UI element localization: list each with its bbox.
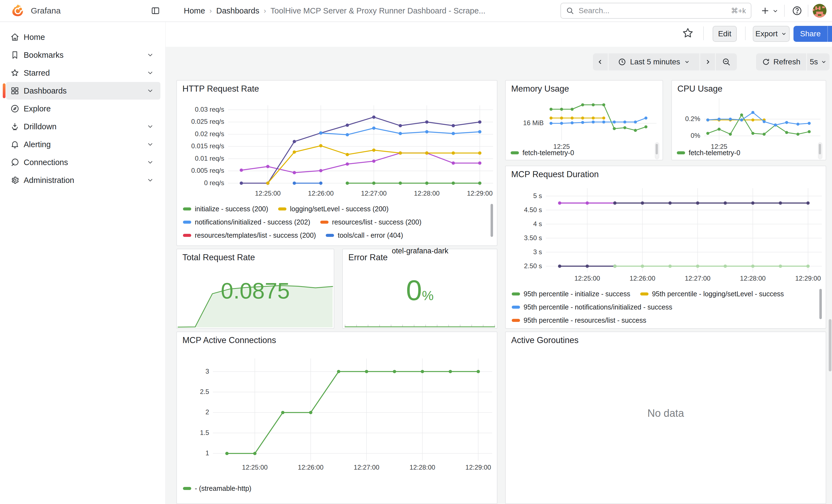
time-shift-back-button[interactable] xyxy=(593,53,608,71)
legend-item[interactable]: 95th percentile - resources/list - succe… xyxy=(512,316,646,324)
legend-item[interactable]: notifications/initialized - success (202… xyxy=(183,218,310,226)
legend-item[interactable]: logging/setLevel - success (200) xyxy=(278,205,389,213)
search-input[interactable]: ⌘+k xyxy=(561,3,751,19)
legend-label: logging/setLevel - success (200) xyxy=(290,205,389,213)
panel-title[interactable]: CPU Usage xyxy=(677,84,723,94)
chevron-down-icon[interactable] xyxy=(147,159,154,166)
mcp-request-duration-chart[interactable]: 5 s4.50 s4 s3.50 s3 s2.50 s12:25:0012:26… xyxy=(510,188,822,285)
legend-swatch xyxy=(512,292,520,295)
sidebar-toggle-icon[interactable] xyxy=(151,6,160,16)
legend-item[interactable]: fetch-telemetry-0 xyxy=(677,149,740,157)
page-scrollbar[interactable] xyxy=(829,319,831,371)
clock-icon xyxy=(618,58,626,66)
legend-scrollbar[interactable] xyxy=(820,289,822,319)
chevron-down-icon xyxy=(821,59,827,65)
http-request-rate-chart[interactable]: 0 req/s0.005 req/s0.01 req/s0.015 req/s0… xyxy=(181,105,493,200)
share-menu-button[interactable] xyxy=(827,26,832,42)
panel-title[interactable]: Total Request Rate xyxy=(182,253,255,262)
y-axis-tick: 0.2% xyxy=(676,115,700,123)
x-axis-tick: 12:28:00 xyxy=(397,463,447,471)
y-axis-tick: 5 s xyxy=(511,192,542,200)
legend-item[interactable]: 95th percentile - logging/setLevel - suc… xyxy=(640,290,784,298)
panel-title[interactable]: HTTP Request Rate xyxy=(182,84,259,94)
sidebar-item-connections[interactable]: Connections xyxy=(6,154,160,171)
divider xyxy=(745,26,746,40)
chevron-down-icon[interactable] xyxy=(147,51,154,59)
search-field[interactable] xyxy=(578,6,731,16)
mcp-active-connections-chart[interactable]: 32.521.5112:25:0012:26:0012:27:0012:28:0… xyxy=(181,359,492,475)
panel-title[interactable]: Active Goroutines xyxy=(511,335,579,345)
edit-button[interactable]: Edit xyxy=(712,26,737,42)
legend-label: tools/list - success (200) xyxy=(292,244,366,246)
memory-usage-chart[interactable]: 16 MiB12:25 xyxy=(509,98,656,152)
panel-title[interactable]: MCP Active Connections xyxy=(182,335,276,345)
error-rate-sparkline[interactable] xyxy=(345,319,495,327)
legend-label: fetch-telemetry-0 xyxy=(522,149,574,157)
legend-item[interactable]: 95th percentile - notifications/initiali… xyxy=(512,303,672,311)
y-axis-tick: 16 MiB xyxy=(510,119,544,127)
help-icon[interactable] xyxy=(792,5,802,16)
legend-item[interactable]: initialize - success (200) xyxy=(183,205,268,213)
legend-scrollbar[interactable] xyxy=(819,144,821,154)
new-item-button[interactable] xyxy=(760,5,770,16)
sidebar-item-drilldown[interactable]: Drilldown xyxy=(6,118,160,135)
legend-item[interactable]: tools/call - error (404) xyxy=(326,231,403,239)
legend-label: 95th percentile - notifications/initiali… xyxy=(524,303,672,311)
chevron-down-icon[interactable] xyxy=(147,87,154,95)
breadcrumb-item[interactable]: Home xyxy=(184,6,205,16)
grafana-logo-icon[interactable] xyxy=(11,4,25,18)
legend-scrollbar[interactable] xyxy=(491,204,493,237)
time-shift-forward-button[interactable] xyxy=(700,53,715,71)
x-axis-tick: 12:25:00 xyxy=(230,463,280,471)
legend-item[interactable]: resources/templates/list - success (200) xyxy=(183,231,316,239)
chevron-down-icon[interactable] xyxy=(147,123,154,130)
refresh-icon xyxy=(762,58,770,66)
breadcrumb-separator: › xyxy=(264,7,266,15)
chevron-down-icon[interactable] xyxy=(147,177,154,184)
chevron-down-icon[interactable] xyxy=(147,69,154,77)
sidebar-item-dashboards[interactable]: Dashboards xyxy=(6,82,160,100)
cpu-usage-chart[interactable]: 0.2%0%12:25 xyxy=(675,98,821,152)
chevron-down-icon[interactable] xyxy=(772,8,779,14)
share-button[interactable]: Share xyxy=(794,26,827,42)
legend-swatch xyxy=(320,221,329,224)
legend-label: resources/list - success (200) xyxy=(332,218,421,226)
y-axis-tick: 4 s xyxy=(511,220,542,228)
x-axis-tick: 12:29:00 xyxy=(783,274,832,282)
sidebar-item-explore[interactable]: Explore xyxy=(6,100,160,117)
chevron-down-icon[interactable] xyxy=(147,141,154,148)
legend-scrollbar[interactable] xyxy=(656,144,658,154)
sidebar-item-administration[interactable]: Administration xyxy=(6,171,160,189)
sidebar-item-label: Alerting xyxy=(24,140,51,149)
panel-title[interactable]: Memory Usage xyxy=(511,84,569,94)
zoom-out-button[interactable] xyxy=(716,53,737,71)
legend-item[interactable]: - (streamable-http) xyxy=(183,484,252,493)
panel-title[interactable]: MCP Request Duration xyxy=(511,169,599,179)
legend-row: resources/templates/list - success (200)… xyxy=(183,229,488,242)
legend-item[interactable]: tools/call - success (200) xyxy=(183,244,270,246)
sidebar-item-starred[interactable]: Starred xyxy=(6,64,160,82)
legend-item[interactable]: 95th percentile - initialize - success xyxy=(512,290,630,298)
sidebar-item-home[interactable]: Home xyxy=(6,28,160,46)
legend-swatch xyxy=(326,234,334,237)
sidebar-item-bookmarks[interactable]: Bookmarks xyxy=(6,46,160,64)
star-icon[interactable] xyxy=(682,27,694,39)
sidebar-nav: HomeBookmarksStarredDashboardsExploreDri… xyxy=(0,22,166,504)
panel-title[interactable]: Error Rate xyxy=(348,253,388,262)
legend-item[interactable]: fetch-telemetry-0 xyxy=(511,149,574,157)
avatar[interactable] xyxy=(813,4,827,18)
legend-item[interactable]: resources/list - success (200) xyxy=(320,218,421,226)
legend-item[interactable]: tools/list - success (200) xyxy=(280,244,366,246)
sidebar-item-alerting[interactable]: Alerting xyxy=(6,136,160,153)
no-data-message: No data xyxy=(506,407,826,419)
breadcrumb-item[interactable]: Dashboards xyxy=(216,6,259,16)
refresh-button[interactable]: Refresh xyxy=(756,53,806,71)
time-range-picker[interactable]: Last 5 minutes xyxy=(608,53,699,71)
legend-swatch xyxy=(183,487,191,490)
active-accent-bar xyxy=(3,83,5,98)
legend-item[interactable]: unknown - success (200) xyxy=(376,244,464,246)
refresh-interval-dropdown[interactable]: 5s xyxy=(807,53,830,71)
export-button[interactable]: Export xyxy=(753,26,790,42)
y-axis-tick: 0.03 req/s xyxy=(182,106,224,113)
chart-legend: 95th percentile - initialize - success95… xyxy=(512,287,816,328)
